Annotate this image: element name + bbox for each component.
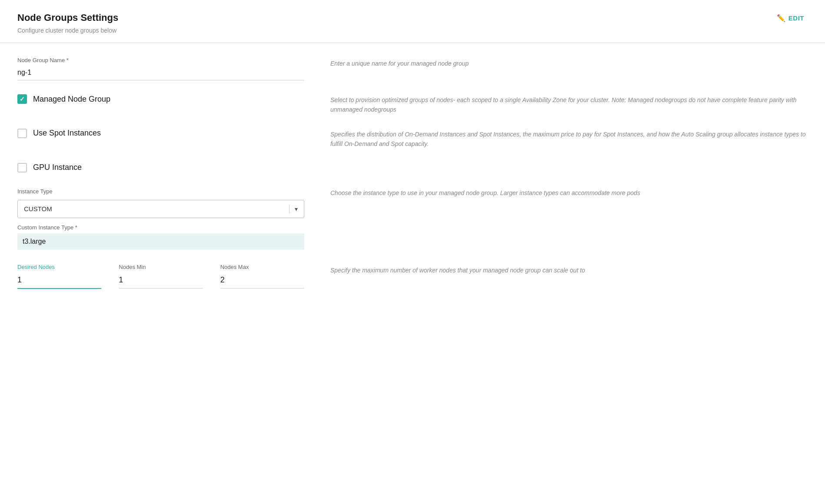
node-group-name-left: Node Group Name * [17,57,304,80]
header-section: Node Groups Settings Configure cluster n… [0,0,825,43]
edit-button[interactable]: ✏️ EDIT [773,12,808,24]
nodes-left: Desired Nodes Nodes Min Nodes Max [17,264,304,289]
nodes-min-label: Nodes Min [119,264,203,270]
nodes-row: Desired Nodes Nodes Min Nodes Max Specif… [17,264,808,289]
node-group-name-hint-text: Enter a unique name for your managed nod… [330,59,808,68]
instance-type-hint: Choose the instance type to use in your … [330,188,808,198]
managed-node-group-label: Managed Node Group [33,95,110,104]
managed-node-group-checkbox[interactable] [17,94,27,104]
nodes-max-field: Nodes Max [220,264,304,289]
chevron-down-icon: ▾ [295,206,298,212]
nodes-right: Specify the maximum number of worker nod… [330,264,808,275]
custom-input-section: Custom Instance Type * [17,224,304,250]
desired-nodes-label: Desired Nodes [17,264,101,270]
content-section: Node Group Name * Enter a unique name fo… [0,43,825,320]
select-divider [289,205,289,213]
custom-instance-type-input[interactable] [17,233,304,250]
instance-type-value: CUSTOM [24,205,284,212]
use-spot-instances-right: Specifies the distribution of On-Demand … [330,129,808,149]
use-spot-instances-hint: Specifies the distribution of On-Demand … [330,129,808,149]
nodes-min-input[interactable] [119,274,203,288]
page-container: Node Groups Settings Configure cluster n… [0,0,825,504]
page-title: Node Groups Settings [17,12,118,23]
node-group-name-hint: Enter a unique name for your managed nod… [330,57,808,68]
managed-node-group-left: Managed Node Group [17,94,304,104]
node-group-name-row: Node Group Name * Enter a unique name fo… [17,57,808,80]
desired-nodes-input[interactable] [17,274,101,289]
instance-type-left: Instance Type CUSTOM ▾ Custom Instance T… [17,186,304,250]
use-spot-instances-label: Use Spot Instances [33,129,101,138]
nodes-max-label: Nodes Max [220,264,304,270]
managed-node-group-right: Select to provision optimized groups of … [330,94,808,115]
instance-type-row: Instance Type CUSTOM ▾ Custom Instance T… [17,186,808,250]
edit-label: EDIT [788,14,804,22]
node-group-name-input[interactable] [17,67,304,80]
desired-nodes-field: Desired Nodes [17,264,101,289]
gpu-instance-left: GPU Instance [17,163,304,172]
gpu-instance-row: GPU Instance [17,163,808,172]
header-left: Node Groups Settings Configure cluster n… [17,12,118,34]
use-spot-instances-row: Use Spot Instances Specifies the distrib… [17,129,808,149]
page-subtitle: Configure cluster node groups below [17,27,118,34]
use-spot-instances-checkbox[interactable] [17,129,27,138]
instance-type-select[interactable]: CUSTOM ▾ [17,200,304,218]
managed-node-group-row: Managed Node Group Select to provision o… [17,94,808,115]
nodes-min-field: Nodes Min [119,264,203,289]
gpu-instance-checkbox[interactable] [17,163,27,172]
pencil-icon: ✏️ [777,14,786,22]
gpu-instance-label: GPU Instance [33,163,82,172]
node-group-name-label: Node Group Name * [17,57,304,63]
nodes-max-input[interactable] [220,274,304,288]
custom-instance-type-label: Custom Instance Type * [17,224,304,231]
nodes-hint: Specify the maximum number of worker nod… [330,265,808,275]
gpu-instance-right [330,163,808,164]
instance-type-label: Instance Type [17,188,304,195]
use-spot-instances-left: Use Spot Instances [17,129,304,138]
managed-node-group-hint: Select to provision optimized groups of … [330,95,808,115]
instance-type-right: Choose the instance type to use in your … [330,186,808,198]
